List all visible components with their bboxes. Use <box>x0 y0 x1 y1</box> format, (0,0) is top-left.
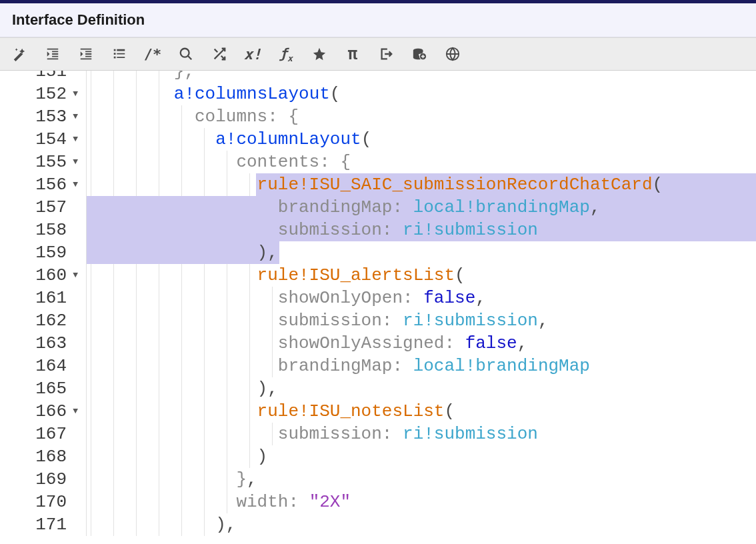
gutter-line[interactable]: 163 <box>0 332 82 355</box>
wand-sparkle-icon[interactable] <box>11 45 28 63</box>
gutter-line[interactable]: 169 <box>0 468 82 491</box>
globe-icon[interactable] <box>444 45 461 63</box>
database-icon[interactable] <box>411 45 428 63</box>
fold-toggle[interactable]: ▼ <box>69 128 78 151</box>
gutter-line[interactable]: 155▼ <box>0 151 82 173</box>
code-line[interactable]: }, <box>87 468 756 491</box>
gutter-line[interactable]: 168 <box>0 445 82 468</box>
gutter-line[interactable]: 164 <box>0 355 82 377</box>
fold-toggle[interactable]: ▼ <box>69 83 78 105</box>
panel-title: Interface Definition <box>12 11 744 29</box>
gutter-line[interactable]: 157 <box>0 196 82 219</box>
fold-toggle[interactable]: ▼ <box>69 105 78 128</box>
code-line[interactable]: brandingMap: local!brandingMap <box>87 355 756 377</box>
comment-icon[interactable]: /* <box>144 45 161 63</box>
panel-header: Interface Definition <box>0 3 756 37</box>
code-line[interactable]: submission: ri!submission <box>87 219 756 241</box>
code-line[interactable]: }, <box>87 71 756 83</box>
outdent-icon[interactable] <box>44 45 61 63</box>
gutter-line[interactable]: 154▼ <box>0 128 82 151</box>
gutter-line[interactable]: 153▼ <box>0 105 82 128</box>
code-line[interactable]: showOnlyAssigned: false, <box>87 332 756 355</box>
gutter-line[interactable]: 162 <box>0 309 82 332</box>
code-line[interactable]: submission: ri!submission <box>87 423 756 445</box>
svg-point-0 <box>181 49 189 57</box>
fold-toggle[interactable]: ▼ <box>69 400 78 423</box>
star-icon[interactable] <box>311 45 328 63</box>
code-line[interactable]: ), <box>87 513 756 536</box>
code-line[interactable]: a!columnsLayout( <box>87 83 756 105</box>
code-line[interactable]: columns: { <box>87 105 756 128</box>
code-line[interactable]: brandingMap: local!brandingMap, <box>87 196 756 219</box>
gutter-line[interactable]: 161 <box>0 287 82 309</box>
gutter-line[interactable]: 159 <box>0 241 82 264</box>
shuffle-icon[interactable] <box>211 45 228 63</box>
gutter-line[interactable]: 166▼ <box>0 400 82 423</box>
code-line[interactable]: showOnlyOpen: false, <box>87 287 756 309</box>
list-icon[interactable] <box>111 45 128 63</box>
fold-toggle[interactable]: ▼ <box>69 173 78 196</box>
code-line[interactable]: width: "2X" <box>87 491 756 513</box>
fold-toggle[interactable]: ▼ <box>69 151 78 173</box>
gutter-line[interactable]: 156▼ <box>0 173 82 196</box>
gutter-line[interactable]: 171 <box>0 513 82 536</box>
code-line[interactable]: submission: ri!submission, <box>87 309 756 332</box>
line-gutter: 151152▼153▼154▼155▼156▼157158159160▼1611… <box>0 71 87 536</box>
fold-toggle[interactable]: ▼ <box>69 264 78 287</box>
var-x-icon[interactable]: x! <box>244 45 261 63</box>
gutter-line[interactable]: 165 <box>0 377 82 400</box>
editor-toolbar: /*x!ƒxπ <box>0 37 756 71</box>
exit-icon[interactable] <box>377 45 395 63</box>
code-area[interactable]: },a!columnsLayout(columns: {a!columnLayo… <box>87 71 756 536</box>
search-icon[interactable] <box>177 45 195 63</box>
fx-icon[interactable]: ƒx <box>277 45 295 63</box>
pi-icon[interactable]: π <box>344 45 361 63</box>
code-line[interactable]: rule!ISU_SAIC_submissionRecordChatCard( <box>87 173 756 196</box>
code-editor[interactable]: 151152▼153▼154▼155▼156▼157158159160▼1611… <box>0 71 756 536</box>
code-line[interactable]: rule!ISU_alertsList( <box>87 264 756 287</box>
code-line[interactable]: a!columnLayout( <box>87 128 756 151</box>
gutter-line[interactable]: 160▼ <box>0 264 82 287</box>
code-line[interactable]: contents: { <box>87 151 756 173</box>
code-line[interactable]: ), <box>87 377 756 400</box>
gutter-line[interactable]: 170 <box>0 491 82 513</box>
indent-icon[interactable] <box>77 45 95 63</box>
gutter-line[interactable]: 152▼ <box>0 83 82 105</box>
code-line[interactable]: ) <box>87 445 756 468</box>
gutter-line[interactable]: 167 <box>0 423 82 445</box>
gutter-line[interactable]: 158 <box>0 219 82 241</box>
code-line[interactable]: rule!ISU_notesList( <box>87 400 756 423</box>
gutter-line[interactable]: 151 <box>0 71 82 83</box>
code-line[interactable]: ), <box>87 241 756 264</box>
